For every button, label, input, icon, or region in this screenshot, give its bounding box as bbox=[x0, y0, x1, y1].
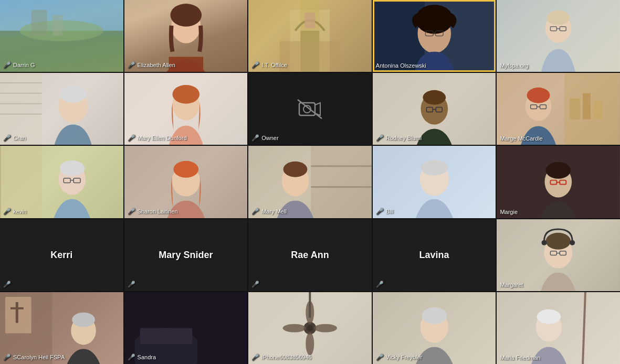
svg-point-108 bbox=[314, 324, 337, 332]
mute-icon-itoffice: 🎤 bbox=[251, 61, 259, 69]
participant-name-antonina: Antonina Olszewski bbox=[376, 62, 426, 69]
participant-tile-sharon[interactable]: 🎤 Sharon Laitinen bbox=[124, 146, 248, 218]
participant-name-rodney: 🎤 Rodney Bluml bbox=[376, 134, 422, 142]
participant-name-owner: 🎤 Owner bbox=[251, 134, 278, 142]
participant-tile-margie[interactable]: Margie bbox=[497, 146, 620, 218]
participant-name-marymell: 🎤 Mary Mell bbox=[251, 208, 287, 215]
svg-point-110 bbox=[283, 324, 306, 332]
video-grid: 🎤 Darrin G 🎤 Elizabeth Allen bbox=[0, 0, 620, 364]
svg-rect-53 bbox=[583, 93, 591, 120]
mute-icon-kerri: 🎤 bbox=[3, 281, 11, 288]
participant-tile-myfspa[interactable]: Myfspa.org bbox=[497, 0, 620, 72]
participant-mute-kerri: 🎤 bbox=[3, 281, 11, 288]
svg-rect-4 bbox=[52, 15, 62, 36]
participant-name-bill: 🎤 Bill bbox=[376, 208, 394, 215]
participant-tile-maria[interactable]: Maria Friedman bbox=[497, 292, 620, 364]
participant-name-scarolyn: 🎤 SCarolyn Heil FSPA bbox=[3, 354, 65, 361]
participant-name-maryellen: 🎤 Mary Ellen Dunford bbox=[128, 134, 187, 142]
mute-icon-kevin: 🎤 bbox=[3, 208, 11, 215]
participant-name-sharon: 🎤 Sharon Laitinen bbox=[128, 208, 178, 215]
participant-name-maria: Maria Friedman bbox=[500, 355, 540, 361]
participant-tile-rodney[interactable]: 🎤 Rodney Bluml bbox=[373, 73, 496, 145]
svg-point-8 bbox=[170, 4, 202, 27]
participant-tile-darrin[interactable]: 🎤 Darrin G bbox=[0, 0, 123, 72]
mute-icon-darrin: 🎤 bbox=[3, 61, 11, 69]
svg-point-38 bbox=[172, 85, 199, 104]
participant-name-darrin: 🎤 Darrin G bbox=[3, 61, 35, 69]
svg-rect-72 bbox=[311, 146, 371, 218]
participant-tile-bill[interactable]: 🎤 Bill bbox=[373, 146, 496, 218]
svg-point-115 bbox=[422, 307, 447, 324]
svg-point-88 bbox=[546, 232, 571, 249]
participant-tile-marge[interactable]: Marge McCardle bbox=[497, 73, 620, 145]
mute-icon-maryellen: 🎤 bbox=[128, 134, 135, 142]
svg-rect-98 bbox=[10, 307, 24, 309]
svg-point-24 bbox=[547, 10, 570, 25]
participant-name-margie: Margie bbox=[500, 209, 518, 215]
participant-name-raeann-large: Rae Ann bbox=[291, 250, 329, 261]
participant-tile-kevin[interactable]: 🎤 kevin bbox=[0, 146, 123, 218]
mute-icon-gran: 🎤 bbox=[3, 134, 11, 142]
participant-tile-vicky[interactable]: 🎤 Vicky Freybler bbox=[373, 292, 496, 364]
participant-tile-gran[interactable]: 🎤 Gran bbox=[0, 73, 123, 145]
participant-tile-maryellen[interactable]: 🎤 Mary Ellen Dunford bbox=[124, 73, 248, 145]
mute-icon-scarolyn: 🎤 bbox=[3, 354, 11, 361]
participant-name-vicky: 🎤 Vicky Freybler bbox=[376, 354, 422, 361]
mute-icon-iphone: 🎤 bbox=[251, 354, 259, 361]
svg-point-119 bbox=[537, 309, 561, 324]
mute-icon-rodney: 🎤 bbox=[376, 134, 384, 142]
participant-tile-elizabeth[interactable]: 🎤 Elizabeth Allen bbox=[124, 0, 248, 72]
participant-tile-iphone[interactable]: 🎤 iPhone6083856946 bbox=[248, 292, 372, 364]
mute-icon-marysnider: 🎤 bbox=[128, 281, 135, 288]
svg-point-76 bbox=[283, 162, 308, 177]
svg-rect-112 bbox=[309, 292, 311, 318]
participant-name-gran: 🎤 Gran bbox=[3, 134, 26, 142]
participant-tile-marysnider[interactable]: Mary Snider 🎤 bbox=[124, 219, 248, 291]
participant-name-marge: Marge McCardle bbox=[500, 135, 542, 142]
mute-icon-bill: 🎤 bbox=[376, 208, 384, 215]
mute-icon-lavina: 🎤 bbox=[376, 281, 384, 288]
svg-rect-39 bbox=[299, 103, 315, 115]
participant-mute-raeann: 🎤 bbox=[251, 281, 259, 288]
svg-rect-97 bbox=[16, 302, 18, 323]
mute-icon-sandra: 🎤 bbox=[128, 354, 135, 361]
svg-point-70 bbox=[173, 161, 198, 178]
participant-mute-marysnider: 🎤 bbox=[128, 281, 135, 288]
participant-tile-sandra[interactable]: 🎤 Sandra bbox=[124, 292, 248, 364]
participant-tile-owner[interactable]: 🎤 Owner bbox=[248, 73, 372, 145]
svg-point-111 bbox=[307, 325, 313, 331]
participant-tile-antonina[interactable]: Antonina Olszewski bbox=[373, 0, 496, 72]
svg-point-92 bbox=[542, 240, 547, 245]
svg-point-109 bbox=[306, 332, 314, 355]
svg-point-100 bbox=[72, 313, 95, 327]
participant-tile-scarolyn[interactable]: 🎤 SCarolyn Heil FSPA bbox=[0, 292, 123, 364]
svg-rect-3 bbox=[31, 10, 47, 36]
svg-point-35 bbox=[59, 86, 87, 103]
svg-point-82 bbox=[546, 162, 571, 179]
svg-rect-52 bbox=[570, 99, 581, 120]
participant-name-myfspa: Myfspa.org bbox=[500, 62, 528, 69]
participant-tile-lavina[interactable]: Lavina 🎤 bbox=[373, 219, 496, 291]
mute-icon-sharon: 🎤 bbox=[128, 208, 135, 215]
participant-tile-itoffice[interactable]: 🎤 I.T. Offilce bbox=[248, 0, 372, 72]
participant-name-margaret: Margaret bbox=[500, 282, 523, 288]
participant-tile-margaret[interactable]: Margaret bbox=[497, 219, 620, 291]
participant-name-kerri-large: Kerri bbox=[50, 250, 72, 261]
participant-mute-lavina: 🎤 bbox=[376, 281, 384, 288]
mute-icon-raeann: 🎤 bbox=[251, 281, 259, 288]
svg-rect-14 bbox=[280, 41, 340, 72]
participant-tile-raeann[interactable]: Rae Ann 🎤 bbox=[248, 219, 372, 291]
participant-tile-marymell[interactable]: 🎤 Mary Mell bbox=[248, 146, 372, 218]
participant-name-kevin: 🎤 kevin bbox=[3, 208, 27, 215]
mute-icon-elizabeth: 🎤 bbox=[128, 61, 135, 69]
svg-point-56 bbox=[527, 88, 550, 103]
participant-name-itoffice: 🎤 I.T. Offilce bbox=[251, 61, 287, 69]
camera-off-icon bbox=[297, 99, 323, 120]
svg-point-45 bbox=[423, 90, 446, 105]
svg-rect-13 bbox=[305, 13, 316, 28]
participant-name-marysnider-large: Mary Snider bbox=[159, 250, 213, 261]
participant-name-sandra: 🎤 Sandra bbox=[128, 354, 156, 361]
mute-icon-marymell: 🎤 bbox=[251, 208, 259, 215]
participant-tile-kerri[interactable]: Kerri 🎤 bbox=[0, 219, 123, 291]
svg-rect-54 bbox=[593, 101, 603, 120]
